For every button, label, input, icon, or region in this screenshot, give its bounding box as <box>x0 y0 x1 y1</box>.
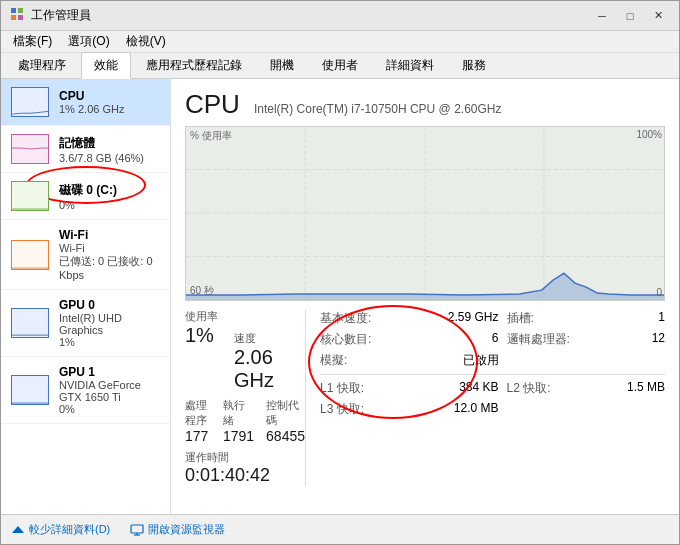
spec-l1: L1 快取: 384 KB <box>320 379 499 398</box>
spec-socket: 插槽: 1 <box>507 309 666 328</box>
spec-virtualization: 模擬: 已啟用 <box>320 351 499 370</box>
spec-cores: 核心數目: 6 <box>320 330 499 349</box>
l2-label: L2 快取: <box>507 380 551 397</box>
tab-users[interactable]: 使用者 <box>309 52 371 78</box>
detail-panel: CPU Intel(R) Core(TM) i7-10750H CPU @ 2.… <box>171 79 679 514</box>
wifi-name: Wi-Fi <box>59 228 160 242</box>
sidebar-item-gpu1[interactable]: GPU 1 NVIDIA GeForce GTX 1650 Ti 0% <box>1 357 170 424</box>
wifi-info: Wi-Fi Wi-Fi 已傳送: 0 已接收: 0 Kbps <box>59 228 160 281</box>
virt-label: 模擬: <box>320 352 347 369</box>
usage-value: 1% <box>185 324 214 347</box>
uptime-label: 運作時間 <box>185 450 305 465</box>
cpu-detail: 1% 2.06 GHz <box>59 103 160 115</box>
tab-app-history[interactable]: 應用程式歷程記錄 <box>133 52 255 78</box>
speed-label: 速度 <box>234 331 305 346</box>
stats-col-right: 基本速度: 2.59 GHz 插槽: 1 核心數目: 6 邏輯處理器: 12 <box>305 309 665 486</box>
memory-detail: 3.6/7.8 GB (46%) <box>59 152 160 164</box>
svg-rect-6 <box>12 182 48 210</box>
handle-label: 控制代碼 <box>266 398 305 428</box>
logical-label: 邏輯處理器: <box>507 331 570 348</box>
sidebar-item-memory[interactable]: 記憶體 3.6/7.8 GB (46%) <box>1 126 170 173</box>
stat-usage: 使用率 1% 速度 2.06 GHz <box>185 309 305 392</box>
sidebar-item-gpu0[interactable]: GPU 0 Intel(R) UHD Graphics 1% <box>1 290 170 357</box>
socket-value: 1 <box>658 310 665 327</box>
bottom-bar: 較少詳細資料(D) 開啟資源監視器 <box>1 514 679 544</box>
cpu-chart: % 使用率 100% 0 60 秒 <box>185 126 665 301</box>
svg-rect-7 <box>12 241 48 269</box>
cores-label: 核心數目: <box>320 331 371 348</box>
less-detail-link[interactable]: 較少詳細資料(D) <box>11 522 110 537</box>
l1-label: L1 快取: <box>320 380 364 397</box>
sidebar-item-disk[interactable]: 磁碟 0 (C:) 0% <box>1 173 170 220</box>
svg-rect-9 <box>12 376 48 404</box>
monitor-icon <box>130 523 144 537</box>
tab-services[interactable]: 服務 <box>449 52 499 78</box>
sidebar-item-wifi[interactable]: Wi-Fi Wi-Fi 已傳送: 0 已接收: 0 Kbps <box>1 220 170 290</box>
main-content: CPU 1% 2.06 GHz 記憶體 3.6/7.8 GB (46%) <box>1 79 679 514</box>
gpu0-info: GPU 0 Intel(R) UHD Graphics 1% <box>59 298 160 348</box>
logical-value: 12 <box>652 331 665 348</box>
l2-value: 1.5 MB <box>627 380 665 397</box>
virt-value: 已啟用 <box>463 352 499 369</box>
svg-rect-0 <box>11 8 16 13</box>
stats-bottom: 使用率 1% 速度 2.06 GHz 處理程序 177 <box>185 309 665 486</box>
tab-details[interactable]: 詳細資料 <box>373 52 447 78</box>
stats-col-left: 使用率 1% 速度 2.06 GHz 處理程序 177 <box>185 309 305 486</box>
open-monitor-link[interactable]: 開啟資源監視器 <box>130 522 225 537</box>
process-value: 177 <box>185 428 211 444</box>
title-controls: ─ □ ✕ <box>589 6 671 26</box>
sidebar-item-cpu[interactable]: CPU 1% 2.06 GHz <box>1 79 170 126</box>
memory-name: 記憶體 <box>59 135 160 152</box>
gpu1-detail2: 0% <box>59 403 160 415</box>
gpu1-detail1: NVIDIA GeForce GTX 1650 Ti <box>59 379 160 403</box>
title-bar: 工作管理員 ─ □ ✕ <box>1 1 679 31</box>
title-bar-left: 工作管理員 <box>9 6 91 25</box>
svg-rect-19 <box>131 525 143 533</box>
thread-value: 1791 <box>223 428 254 444</box>
gpu1-thumb <box>11 375 49 405</box>
svg-rect-3 <box>18 15 23 20</box>
wifi-thumb <box>11 240 49 270</box>
svg-rect-2 <box>11 15 16 20</box>
socket-label: 插槽: <box>507 310 534 327</box>
menu-bar: 檔案(F) 選項(O) 檢視(V) <box>1 31 679 53</box>
tabs-bar: 處理程序 效能 應用程式歷程記錄 開機 使用者 詳細資料 服務 <box>1 53 679 79</box>
chart-y-bottom: 0 <box>656 287 662 298</box>
close-button[interactable]: ✕ <box>645 6 671 26</box>
wifi-detail2: 已傳送: 0 已接收: 0 Kbps <box>59 254 160 281</box>
sidebar: CPU 1% 2.06 GHz 記憶體 3.6/7.8 GB (46%) <box>1 79 171 514</box>
tab-processes[interactable]: 處理程序 <box>5 52 79 78</box>
task-manager-window: 工作管理員 ─ □ ✕ 檔案(F) 選項(O) 檢視(V) 處理程序 效能 應用… <box>0 0 680 545</box>
chart-y-top: 100% <box>636 129 662 140</box>
disk-detail: 0% <box>59 199 160 211</box>
tab-performance[interactable]: 效能 <box>81 52 131 79</box>
thread-label: 執行緒 <box>223 398 254 428</box>
cpu-name: CPU <box>59 89 160 103</box>
wifi-detail1: Wi-Fi <box>59 242 160 254</box>
gpu0-detail2: 1% <box>59 336 160 348</box>
memory-thumb <box>11 134 49 164</box>
disk-name: 磁碟 0 (C:) <box>59 182 160 199</box>
gpu0-name: GPU 0 <box>59 298 160 312</box>
window-title: 工作管理員 <box>31 7 91 24</box>
stat-thread: 執行緒 1791 <box>223 398 254 444</box>
cpu-info: CPU 1% 2.06 GHz <box>59 89 160 115</box>
maximize-button[interactable]: □ <box>617 6 643 26</box>
l3-label: L3 快取: <box>320 401 364 418</box>
stat-process: 處理程序 177 <box>185 398 211 444</box>
svg-rect-8 <box>12 309 48 337</box>
spec-l3: L3 快取: 12.0 MB <box>320 400 499 419</box>
specs-divider <box>320 374 665 375</box>
speed-value: 2.06 GHz <box>234 346 305 392</box>
menu-options[interactable]: 選項(O) <box>60 31 117 52</box>
svg-marker-18 <box>12 526 24 533</box>
uptime-value: 0:01:40:42 <box>185 465 305 486</box>
disk-thumb <box>11 181 49 211</box>
menu-file[interactable]: 檔案(F) <box>5 31 60 52</box>
disk-info: 磁碟 0 (C:) 0% <box>59 182 160 211</box>
minimize-button[interactable]: ─ <box>589 6 615 26</box>
cpu-thumb <box>11 87 49 117</box>
base-speed-label: 基本速度: <box>320 310 371 327</box>
menu-view[interactable]: 檢視(V) <box>118 31 174 52</box>
tab-startup[interactable]: 開機 <box>257 52 307 78</box>
